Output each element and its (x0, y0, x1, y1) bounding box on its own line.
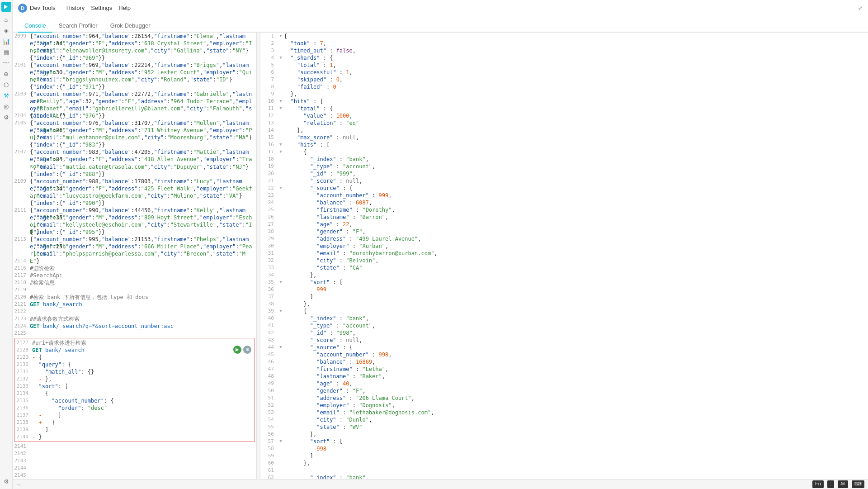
output-line-7: 7 "skipped" : 0, (260, 76, 868, 83)
output-line-43: 43 "_score" : null, (260, 337, 868, 344)
editor-pane[interactable]: 2099 {"account_number":964,"balance":261… (13, 33, 257, 479)
maximize-icon[interactable]: ⤢ (858, 5, 863, 11)
editor-line-2141: 2141 (13, 443, 256, 450)
output-line-24: 24 "balance" : 6087, (260, 199, 868, 206)
topbar-nav: History Settings Help (66, 5, 131, 11)
sidebar-settings-icon[interactable]: ⚙ (1, 476, 11, 486)
block-action-buttons: ▶ ⚙ (233, 346, 251, 354)
output-line-54: 54 "city" : "Dunlo", (260, 416, 868, 423)
output-line-25: 25 "firstname" : "Dorothy", (260, 206, 868, 214)
output-line-14: 14 }, (260, 127, 868, 134)
output-line-32: 32 "city" : "Belvoin", (260, 257, 868, 264)
output-line-33: 33 "state" : "CA" (260, 264, 868, 271)
sidebar-home-icon[interactable]: ⌂ (1, 14, 11, 24)
editor-line-2111b: ,"age":35,"gender":"M","address":"809 Ho… (13, 214, 256, 221)
output-line-56: 56 }, (260, 431, 868, 438)
kibana-logo-icon (1, 2, 11, 12)
status-right: Fn : 半 ⌨ (812, 480, 864, 488)
output-line-40: 40 "_index" : "bank", (260, 315, 868, 322)
output-line-6: 6 "successful" : 1, (260, 69, 868, 76)
editor-line-2101: 2101 {"account_number":969,"balance":222… (13, 62, 256, 69)
editor-line-2120: 2120 #检索 bank 下所有信息，包括 type 和 docs (13, 294, 256, 301)
editor-line-2105b: ,"age":26,"gender":"M","address":"711 Wh… (13, 127, 256, 134)
editor-line-2121: 2121 GET bank/_search (13, 301, 256, 308)
content-area: 2099 {"account_number":964,"balance":261… (13, 33, 868, 479)
tab-grok-debugger[interactable]: Grok Debugger (104, 19, 157, 33)
editor-line-2109: 2109 {"account_number":988,"balance":178… (13, 178, 256, 185)
sidebar-discover-icon[interactable]: ◈ (1, 25, 11, 35)
tab-console[interactable]: Console (18, 19, 52, 33)
output-line-45: 45 "account_number" : 998, (260, 351, 868, 358)
output-line-28: 28 "gender" : "F", (260, 228, 868, 235)
output-line-42: 42 "_id" : "998", (260, 329, 868, 337)
output-line-21: 21 "_score" : null, (260, 177, 868, 185)
app-title: Dev Tools (30, 5, 56, 11)
editor-line-2125: 2125 (13, 330, 256, 337)
sidebar-timelion-icon[interactable]: 〰 (1, 58, 11, 68)
editor-line-2109d: {"index":{"_id":"990"}} (13, 199, 256, 207)
editor-line-2111: 2111 {"account_number":990,"balance":444… (13, 207, 256, 214)
output-line-59: 59 ] (260, 452, 868, 460)
output-line-34: 34 }, (260, 271, 868, 279)
output-line-4: 4 ▼ "_shards" : { (260, 54, 868, 62)
editor-line-2143: 2143 (13, 457, 256, 465)
editor-line-2109c: ,"email":"lucycastro@geekfarm.com","city… (13, 192, 256, 199)
editor-line-2101d: {"index":{"_id":"971"}} (13, 83, 256, 90)
editor-line-2107: 2107 {"account_number":983,"balance":472… (13, 148, 256, 156)
editor-line-2099b: ,"age":34,"gender":"F","address":"618 Cr… (13, 40, 256, 47)
editor-line-2117: 2117 #SearchApi (13, 272, 256, 279)
pane-divider[interactable]: ··· (257, 33, 260, 479)
output-line-22: 22 ▼ "_source" : { (260, 185, 868, 192)
output-line-39: 39 ▼ { (260, 308, 868, 315)
output-line-46: 46 "balance" : 16869, (260, 358, 868, 366)
editor-line-2128: 2128 GET bank/_search (15, 347, 254, 354)
output-line-38: 38 }, (260, 300, 868, 308)
editor-line-2136: 2136 "order": "desc" (15, 404, 254, 412)
sidebar-visualize-icon[interactable]: 📊 (1, 36, 11, 46)
editor-line-2099d: {"index":{"_id":"969"}} (13, 54, 256, 62)
output-line-16: 16 ▼ "hits" : [ (260, 141, 868, 148)
editor-line-2119: 2119 (13, 286, 256, 294)
editor-line-2105d: {"index":{"_id":"983"}} (13, 141, 256, 148)
settings-link[interactable]: Settings (91, 5, 112, 11)
sidebar-graph-icon[interactable]: ⬡ (1, 80, 11, 90)
editor-line-2138: 2138 + } (15, 419, 254, 426)
sidebar-devtools-icon[interactable]: ⚒ (1, 90, 11, 100)
output-line-3: 3 "timed_out" : false, (260, 47, 868, 54)
editor-line-2107c: ,"email":"mattie.eaton@trasola.com","cit… (13, 163, 256, 171)
editor-line-2140: 2140 - } (15, 433, 254, 441)
block-settings-button[interactable]: ⚙ (243, 346, 251, 354)
output-line-9: 9 }, (260, 90, 868, 98)
editor-line-2142: 2142 (13, 450, 256, 457)
output-line-37: 37 ] (260, 293, 868, 300)
tab-search-profiler[interactable]: Search Profiler (52, 19, 104, 33)
editor-line-2123: 2123 ##请求参数方式检索 (13, 315, 256, 323)
sidebar-maps-icon[interactable]: ⊕ (1, 69, 11, 79)
sidebar-monitoring-icon[interactable]: ◎ (1, 101, 11, 111)
editor-line-2131: 2131 "match_all": {} (15, 368, 254, 375)
output-line-29: 29 "address" : "499 Laurel Avenue", (260, 235, 868, 242)
editor-line-2116: 2116 #进阶检索 (13, 265, 256, 272)
sidebar-dashboard-icon[interactable]: ▦ (1, 47, 11, 57)
output-line-27: 27 "age" : 22, (260, 221, 868, 228)
left-sidebar: ⌂ ◈ 📊 ▦ 〰 ⊕ ⬡ ⚒ ◎ ⚙ ⚙ (0, 0, 13, 489)
output-pane: 1 ▼ { 2 "took" : 7, 3 "timed_out" : fals… (260, 33, 868, 479)
output-line-18: 18 "_index" : "bank", (260, 156, 868, 163)
editor-line-2105c: ,"email":"mullentanner@pulze.com","city"… (13, 134, 256, 141)
output-line-15: 15 "max_score" : null, (260, 134, 868, 141)
sidebar-ml-icon[interactable]: ⚙ (1, 112, 11, 122)
editor-line-2113c: ,"email":"phelpsparrish@pearlessa.com","… (13, 250, 256, 257)
history-link[interactable]: History (66, 5, 85, 11)
editor-line-2132: 2132 - }, (15, 375, 254, 383)
run-button[interactable]: ▶ (233, 346, 241, 354)
output-line-53: 53 "email" : "lethabaker@dognosis.com", (260, 409, 868, 416)
help-link[interactable]: Help (118, 5, 131, 11)
status-cursor-icon: → (16, 482, 21, 487)
output-line-60: 60 }, (260, 460, 868, 467)
selected-block[interactable]: 2127 #uri+请求体进行检索 2128 GET bank/_search … (14, 338, 255, 442)
app-logo-letter: D (18, 4, 27, 13)
output-line-30: 30 "employer" : "Xurban", (260, 242, 868, 250)
status-bar: → Fn : 半 ⌨ (13, 479, 868, 489)
editor-line-2129: 2129 - { (15, 354, 254, 361)
editor-line-2122: 2122 (13, 308, 256, 315)
